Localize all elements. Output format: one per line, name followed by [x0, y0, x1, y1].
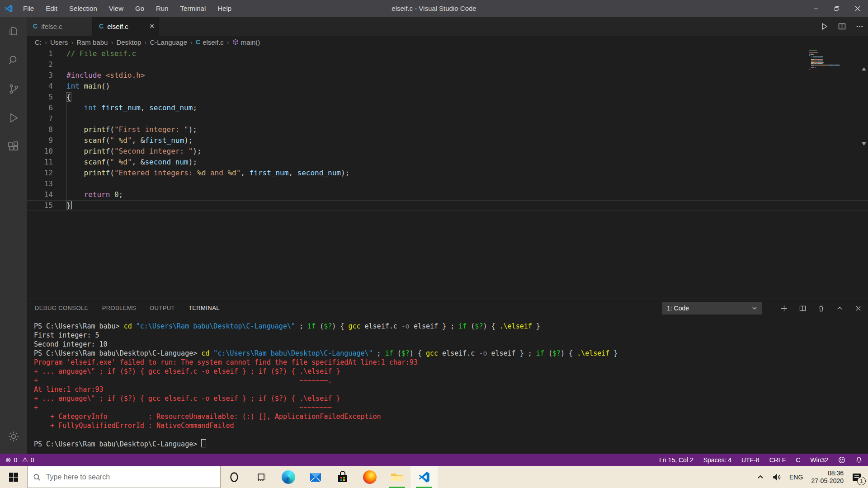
- breadcrumb-file[interactable]: Celseif.c: [196, 38, 224, 46]
- text-cursor: [71, 201, 72, 209]
- terminal-line: PS C:\Users\Ram babu\Desktop\C-Language>: [34, 439, 868, 449]
- cortana-icon[interactable]: [221, 466, 248, 488]
- file-explorer-icon[interactable]: [383, 466, 410, 488]
- panel-header: DEBUG CONSOLEPROBLEMSOUTPUTTERMINAL 1: C…: [27, 299, 868, 317]
- new-terminal-button[interactable]: [781, 305, 788, 312]
- breadcrumb[interactable]: C:›Users›Ram babu›Desktop›C-Language›Cel…: [27, 36, 868, 48]
- firefox-icon[interactable]: [356, 466, 383, 488]
- split-editor-button[interactable]: [838, 23, 846, 30]
- code-line-9[interactable]: 9 scanf(" %d", &first_num);: [27, 135, 868, 146]
- breadcrumb-item[interactable]: C-Language: [150, 38, 187, 46]
- close-panel-button[interactable]: [855, 305, 862, 312]
- start-button[interactable]: [0, 466, 27, 488]
- breadcrumb-item[interactable]: C:: [35, 38, 42, 46]
- breadcrumb-item[interactable]: Ram babu: [76, 38, 108, 46]
- breadcrumb-item[interactable]: Desktop: [116, 38, 141, 46]
- tab-ifelse.c[interactable]: Cifelse.c: [27, 17, 93, 36]
- menu-run[interactable]: Run: [150, 0, 175, 17]
- error-count[interactable]: 0: [14, 456, 18, 464]
- code-line-10[interactable]: 10 printf("Second integer: ");: [27, 146, 868, 157]
- panel-tab-output[interactable]: OUTPUT: [150, 299, 175, 317]
- code-editor[interactable]: 1// File elseif.c23#include <stdio.h>4in…: [27, 48, 868, 299]
- kill-terminal-button[interactable]: [818, 305, 825, 312]
- terminal-token: Second integer: 10: [34, 340, 108, 348]
- code-line-14[interactable]: 14 return 0;: [27, 189, 868, 200]
- search-glass-icon: [33, 473, 41, 481]
- close-button[interactable]: [847, 0, 868, 17]
- panel-tab-debug-console[interactable]: DEBUG CONSOLE: [35, 299, 89, 317]
- code-line-6[interactable]: 6 int first_num, second_num;: [27, 103, 868, 113]
- status-cursor-position[interactable]: Ln 15, Col 2: [659, 456, 693, 464]
- code-line-1[interactable]: 1// File elseif.c: [27, 48, 868, 59]
- code-line-12[interactable]: 12 printf("Entered integers: %d and %d",…: [27, 168, 868, 178]
- taskbar-search[interactable]: [27, 466, 221, 488]
- code-line-13[interactable]: 13: [27, 178, 868, 189]
- code-line-4[interactable]: 4int main(): [27, 81, 868, 92]
- tab-elseif.c[interactable]: Celseif.c✕: [93, 17, 159, 36]
- vscode-logo-icon[interactable]: [0, 4, 17, 13]
- minimap[interactable]: [809, 50, 859, 70]
- microsoft-store-icon[interactable]: [329, 466, 356, 488]
- menu-view[interactable]: View: [103, 0, 129, 17]
- edge-browser-icon[interactable]: [275, 466, 302, 488]
- code-text: {: [66, 92, 71, 103]
- language-indicator[interactable]: ENG: [789, 474, 803, 481]
- notifications-bell-icon[interactable]: [855, 456, 863, 464]
- extensions-icon[interactable]: [0, 132, 27, 161]
- terminal-selector-dropdown[interactable]: 1: Code: [662, 302, 762, 314]
- mail-icon[interactable]: [302, 466, 329, 488]
- minimap-line: [809, 55, 859, 56]
- terminal-line: PS C:\Users\Ram babu\Desktop\C-Language>…: [34, 349, 868, 358]
- code-line-3[interactable]: 3#include <stdio.h>: [27, 70, 868, 81]
- panel-tab-terminal[interactable]: TERMINAL: [189, 299, 220, 317]
- code-line-11[interactable]: 11 scanf(" %d", &second_num);: [27, 157, 868, 168]
- warning-count[interactable]: 0: [31, 456, 34, 464]
- menu-selection[interactable]: Selection: [63, 0, 103, 17]
- code-line-15[interactable]: 15}: [27, 200, 868, 211]
- breadcrumb-item[interactable]: Users: [50, 38, 68, 46]
- menu-terminal[interactable]: Terminal: [175, 0, 212, 17]
- clock[interactable]: 08:36 27-05-2020: [811, 469, 844, 485]
- terminal-output[interactable]: PS C:\Users\Ram babu> cd "c:\Users\Ram b…: [27, 317, 868, 454]
- search-icon[interactable]: [0, 46, 27, 75]
- feedback-icon[interactable]: [838, 456, 845, 464]
- status-encoding[interactable]: UTF-8: [741, 456, 760, 464]
- menu-go[interactable]: Go: [129, 0, 150, 17]
- terminal-token: ~~~~~~~.: [299, 376, 332, 385]
- explorer-icon[interactable]: [0, 17, 27, 46]
- maximize-panel-button[interactable]: [836, 305, 843, 312]
- code-line-8[interactable]: 8 printf("First integer: ");: [27, 124, 868, 135]
- source-control-icon[interactable]: [0, 75, 27, 103]
- status-indentation[interactable]: Spaces: 4: [703, 456, 731, 464]
- restore-button[interactable]: [826, 0, 847, 17]
- code-line-5[interactable]: 5{: [27, 92, 868, 103]
- status-language-mode[interactable]: C: [796, 456, 800, 464]
- vscode-taskbar-icon[interactable]: [410, 466, 438, 488]
- settings-gear-icon[interactable]: [0, 422, 27, 451]
- code-line-7[interactable]: 7: [27, 113, 868, 124]
- editor-scrollbar[interactable]: [860, 48, 868, 299]
- menu-edit[interactable]: Edit: [40, 0, 63, 17]
- minimize-button[interactable]: [806, 0, 826, 17]
- status-eol-sequence[interactable]: CRLF: [769, 456, 786, 464]
- action-center-icon[interactable]: 1: [852, 472, 862, 482]
- menu-help[interactable]: Help: [212, 0, 237, 17]
- breadcrumb-separator-icon: ›: [227, 38, 229, 46]
- split-terminal-button[interactable]: [799, 305, 806, 312]
- run-button[interactable]: [821, 23, 828, 30]
- search-input[interactable]: [45, 473, 215, 482]
- panel-tab-problems[interactable]: PROBLEMS: [102, 299, 136, 317]
- code-line-2[interactable]: 2: [27, 59, 868, 70]
- status-platform[interactable]: Win32: [810, 456, 828, 464]
- terminal-cursor: [201, 439, 206, 447]
- minimap-token: [839, 65, 840, 66]
- run-debug-icon[interactable]: [0, 103, 27, 132]
- volume-icon[interactable]: [772, 473, 781, 482]
- task-view-icon[interactable]: [248, 466, 275, 488]
- breadcrumb-symbol[interactable]: main(): [232, 38, 260, 46]
- minimap-token: [815, 65, 824, 66]
- menu-file[interactable]: File: [17, 0, 40, 17]
- tab-close-icon[interactable]: ✕: [149, 23, 155, 30]
- show-hidden-icons-chevron[interactable]: [757, 474, 764, 481]
- more-actions-button[interactable]: [856, 23, 863, 30]
